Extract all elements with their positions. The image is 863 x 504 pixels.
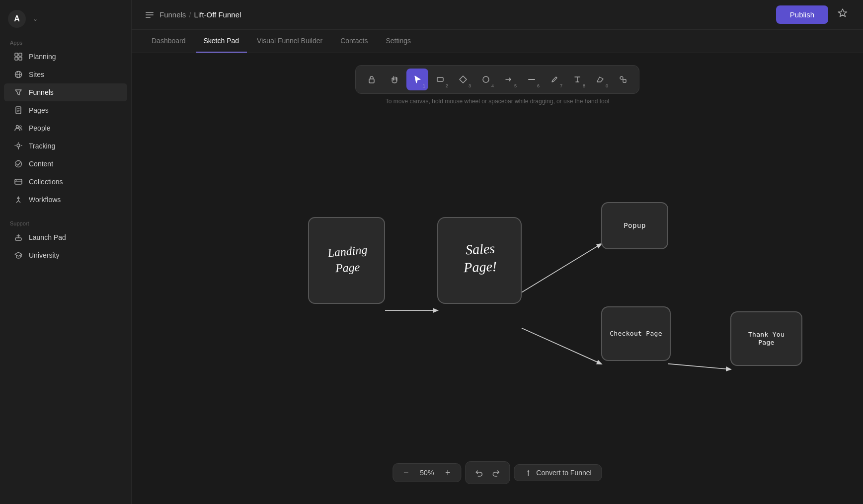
sites-icon — [14, 70, 23, 79]
tab-sketch-pad[interactable]: Sketch Pad — [196, 30, 247, 53]
node-popup[interactable]: Popup — [601, 202, 668, 249]
breadcrumb: Funnels / Lift-Off Funnel — [159, 10, 241, 19]
tool-rect-num: 2 — [446, 84, 448, 88]
tab-dashboard[interactable]: Dashboard — [144, 30, 194, 53]
tool-text-num: 8 — [583, 84, 585, 88]
breadcrumb-separator: / — [189, 10, 191, 19]
support-section-label: Support — [0, 216, 131, 228]
sidebar-item-planning[interactable]: Planning — [4, 48, 127, 66]
sidebar-logo: A — [8, 10, 26, 28]
sidebar-item-tracking[interactable]: Tracking — [4, 137, 127, 155]
node-sales-page[interactable]: Sales Page! — [437, 217, 522, 304]
sketch-canvas[interactable]: 1 2 3 4 5 — [132, 53, 863, 504]
sidebar-item-collections[interactable]: Collections — [4, 173, 127, 191]
tool-line-num: 6 — [537, 84, 540, 88]
tool-hand-button[interactable] — [384, 69, 405, 90]
tool-circle-button[interactable]: 4 — [475, 69, 497, 90]
tool-eraser-button[interactable]: 0 — [589, 69, 611, 90]
collections-icon — [14, 177, 23, 186]
tab-settings[interactable]: Settings — [378, 30, 419, 53]
svg-text:Page: Page — [334, 261, 360, 275]
svg-rect-15 — [15, 179, 22, 184]
tool-diamond-button[interactable]: 3 — [452, 69, 474, 90]
workflows-icon — [14, 195, 23, 204]
tab-contacts[interactable]: Contacts — [332, 30, 376, 53]
content-icon — [14, 159, 23, 168]
svg-rect-19 — [146, 12, 154, 13]
planning-icon — [14, 52, 23, 61]
convert-to-funnel-button[interactable]: Convert to Funnel — [514, 464, 602, 481]
zoom-plus-button[interactable]: + — [442, 467, 454, 479]
tool-line-button[interactable]: 6 — [521, 69, 543, 90]
launch-pad-icon — [14, 233, 23, 242]
svg-rect-28 — [623, 79, 626, 82]
sidebar-item-people[interactable]: People — [4, 119, 127, 137]
node-thank-you-page[interactable]: Thank You Page — [730, 311, 802, 366]
svg-rect-3 — [19, 57, 22, 60]
redo-button[interactable] — [488, 465, 504, 481]
tool-eraser-num: 0 — [606, 84, 608, 88]
tracking-label: Tracking — [29, 142, 55, 150]
checkout-label: Checkout Page — [610, 330, 662, 338]
node-checkout-page[interactable]: Checkout Page — [601, 306, 671, 361]
svg-line-32 — [668, 364, 730, 369]
history-control — [465, 461, 510, 484]
topbar-left: Funnels / Lift-Off Funnel — [144, 9, 241, 21]
tracking-icon — [14, 142, 23, 150]
sidebar-item-pages[interactable]: Pages — [4, 101, 127, 119]
tool-pen-button[interactable]: 7 — [544, 69, 565, 90]
collections-label: Collections — [29, 178, 63, 186]
svg-point-24 — [483, 76, 489, 82]
tool-text-button[interactable]: 8 — [566, 69, 588, 90]
undo-button[interactable] — [471, 465, 486, 481]
svg-rect-0 — [15, 53, 18, 56]
svg-rect-23 — [437, 77, 443, 81]
sidebar-item-university[interactable]: University — [4, 246, 127, 264]
svg-text:Page!: Page! — [463, 259, 497, 275]
zoom-minus-button[interactable]: − — [400, 467, 412, 479]
pages-label: Pages — [29, 106, 49, 114]
funnels-label: Funnels — [29, 88, 54, 96]
publish-button[interactable]: Publish — [776, 5, 828, 24]
breadcrumb-current: Lift-Off Funnel — [194, 10, 241, 19]
sidebar-item-funnels[interactable]: Funnels — [4, 83, 127, 101]
sidebar-item-launch-pad[interactable]: Launch Pad — [4, 228, 127, 246]
tab-visual-funnel-builder[interactable]: Visual Funnel Builder — [249, 30, 330, 53]
popup-label: Popup — [624, 221, 646, 230]
node-landing-page[interactable]: Landing Page — [308, 217, 385, 304]
workflows-label: Workflows — [29, 196, 61, 204]
svg-rect-21 — [146, 17, 151, 18]
funnels-icon — [14, 88, 23, 97]
star-button[interactable] — [834, 5, 851, 24]
tool-lock-button[interactable] — [361, 69, 383, 90]
tool-arrow-button[interactable]: 5 — [498, 69, 520, 90]
sidebar-item-content[interactable]: Content — [4, 155, 127, 173]
svg-text:Sales: Sales — [465, 240, 495, 257]
funnel-diagram: Landing Page Sales Page! Popup Checkout … — [132, 53, 863, 504]
tool-cursor-button[interactable]: 1 — [406, 69, 428, 90]
breadcrumb-parent[interactable]: Funnels — [159, 10, 186, 19]
svg-rect-22 — [369, 79, 374, 83]
convert-btn-label: Convert to Funnel — [536, 469, 591, 477]
content-label: Content — [29, 160, 53, 168]
tool-shapes-button[interactable] — [612, 69, 634, 90]
bottom-toolbar: − 50% + Convert to Funnel — [392, 461, 602, 484]
svg-point-11 — [16, 126, 19, 128]
svg-line-30 — [522, 244, 601, 292]
tool-circle-num: 4 — [491, 84, 494, 88]
sidebar-header: A ⌄ — [0, 6, 131, 36]
sites-label: Sites — [29, 71, 44, 78]
sidebar-item-workflows[interactable]: Workflows — [4, 191, 127, 209]
topbar: Funnels / Lift-Off Funnel Publish — [132, 0, 863, 30]
university-label: University — [29, 251, 59, 259]
sidebar-chevron-icon[interactable]: ⌄ — [33, 15, 38, 22]
zoom-control: − 50% + — [392, 463, 461, 482]
main-content: Funnels / Lift-Off Funnel Publish Dashbo… — [132, 0, 863, 504]
sidebar-toggle-icon[interactable] — [144, 9, 156, 21]
thank-you-label: Thank You Page — [748, 331, 785, 346]
svg-point-12 — [19, 126, 21, 128]
planning-label: Planning — [29, 53, 56, 61]
svg-rect-20 — [146, 14, 154, 15]
tool-rectangle-button[interactable]: 2 — [429, 69, 451, 90]
sidebar-item-sites[interactable]: Sites — [4, 66, 127, 83]
